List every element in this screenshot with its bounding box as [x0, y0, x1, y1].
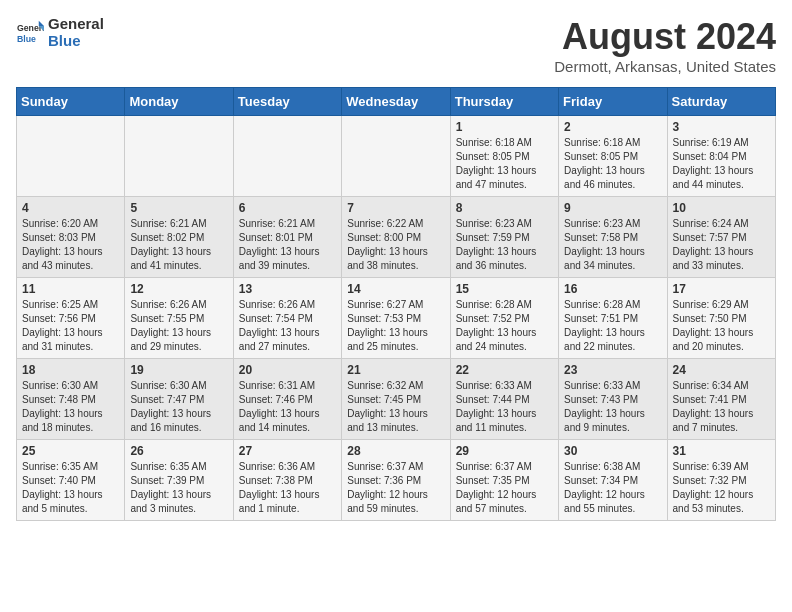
day-info: Sunrise: 6:18 AM Sunset: 8:05 PM Dayligh…	[564, 136, 661, 192]
day-number: 29	[456, 444, 553, 458]
calendar-cell: 13Sunrise: 6:26 AM Sunset: 7:54 PM Dayli…	[233, 278, 341, 359]
day-info: Sunrise: 6:25 AM Sunset: 7:56 PM Dayligh…	[22, 298, 119, 354]
logo-icon: General Blue	[16, 19, 44, 47]
header-sunday: Sunday	[17, 88, 125, 116]
day-number: 17	[673, 282, 770, 296]
day-info: Sunrise: 6:29 AM Sunset: 7:50 PM Dayligh…	[673, 298, 770, 354]
calendar-cell: 5Sunrise: 6:21 AM Sunset: 8:02 PM Daylig…	[125, 197, 233, 278]
day-number: 27	[239, 444, 336, 458]
calendar-cell: 26Sunrise: 6:35 AM Sunset: 7:39 PM Dayli…	[125, 440, 233, 521]
calendar-cell: 16Sunrise: 6:28 AM Sunset: 7:51 PM Dayli…	[559, 278, 667, 359]
day-info: Sunrise: 6:23 AM Sunset: 7:59 PM Dayligh…	[456, 217, 553, 273]
calendar-cell	[342, 116, 450, 197]
calendar-cell: 21Sunrise: 6:32 AM Sunset: 7:45 PM Dayli…	[342, 359, 450, 440]
day-info: Sunrise: 6:24 AM Sunset: 7:57 PM Dayligh…	[673, 217, 770, 273]
day-info: Sunrise: 6:19 AM Sunset: 8:04 PM Dayligh…	[673, 136, 770, 192]
calendar-cell: 11Sunrise: 6:25 AM Sunset: 7:56 PM Dayli…	[17, 278, 125, 359]
day-number: 9	[564, 201, 661, 215]
calendar-cell: 20Sunrise: 6:31 AM Sunset: 7:46 PM Dayli…	[233, 359, 341, 440]
calendar-cell	[17, 116, 125, 197]
header: General Blue General Blue August 2024 De…	[16, 16, 776, 75]
calendar-cell: 29Sunrise: 6:37 AM Sunset: 7:35 PM Dayli…	[450, 440, 558, 521]
header-saturday: Saturday	[667, 88, 775, 116]
day-number: 28	[347, 444, 444, 458]
calendar-cell: 6Sunrise: 6:21 AM Sunset: 8:01 PM Daylig…	[233, 197, 341, 278]
calendar-cell: 15Sunrise: 6:28 AM Sunset: 7:52 PM Dayli…	[450, 278, 558, 359]
day-info: Sunrise: 6:21 AM Sunset: 8:02 PM Dayligh…	[130, 217, 227, 273]
title-area: August 2024 Dermott, Arkansas, United St…	[554, 16, 776, 75]
logo-text: General Blue	[48, 16, 104, 49]
calendar-header-row: SundayMondayTuesdayWednesdayThursdayFrid…	[17, 88, 776, 116]
day-number: 23	[564, 363, 661, 377]
day-number: 24	[673, 363, 770, 377]
calendar-cell: 14Sunrise: 6:27 AM Sunset: 7:53 PM Dayli…	[342, 278, 450, 359]
day-number: 14	[347, 282, 444, 296]
calendar-cell: 27Sunrise: 6:36 AM Sunset: 7:38 PM Dayli…	[233, 440, 341, 521]
day-number: 3	[673, 120, 770, 134]
calendar-cell: 1Sunrise: 6:18 AM Sunset: 8:05 PM Daylig…	[450, 116, 558, 197]
day-number: 12	[130, 282, 227, 296]
logo-blue: Blue	[48, 33, 104, 50]
calendar-cell: 24Sunrise: 6:34 AM Sunset: 7:41 PM Dayli…	[667, 359, 775, 440]
day-info: Sunrise: 6:34 AM Sunset: 7:41 PM Dayligh…	[673, 379, 770, 435]
day-info: Sunrise: 6:28 AM Sunset: 7:51 PM Dayligh…	[564, 298, 661, 354]
header-monday: Monday	[125, 88, 233, 116]
day-info: Sunrise: 6:39 AM Sunset: 7:32 PM Dayligh…	[673, 460, 770, 516]
day-number: 19	[130, 363, 227, 377]
day-number: 30	[564, 444, 661, 458]
header-friday: Friday	[559, 88, 667, 116]
day-number: 15	[456, 282, 553, 296]
calendar-cell: 10Sunrise: 6:24 AM Sunset: 7:57 PM Dayli…	[667, 197, 775, 278]
day-info: Sunrise: 6:30 AM Sunset: 7:47 PM Dayligh…	[130, 379, 227, 435]
day-info: Sunrise: 6:32 AM Sunset: 7:45 PM Dayligh…	[347, 379, 444, 435]
week-row-3: 18Sunrise: 6:30 AM Sunset: 7:48 PM Dayli…	[17, 359, 776, 440]
day-number: 16	[564, 282, 661, 296]
calendar-cell: 4Sunrise: 6:20 AM Sunset: 8:03 PM Daylig…	[17, 197, 125, 278]
day-number: 7	[347, 201, 444, 215]
day-info: Sunrise: 6:21 AM Sunset: 8:01 PM Dayligh…	[239, 217, 336, 273]
calendar-cell: 28Sunrise: 6:37 AM Sunset: 7:36 PM Dayli…	[342, 440, 450, 521]
day-info: Sunrise: 6:31 AM Sunset: 7:46 PM Dayligh…	[239, 379, 336, 435]
week-row-4: 25Sunrise: 6:35 AM Sunset: 7:40 PM Dayli…	[17, 440, 776, 521]
subtitle: Dermott, Arkansas, United States	[554, 58, 776, 75]
header-wednesday: Wednesday	[342, 88, 450, 116]
calendar-cell: 8Sunrise: 6:23 AM Sunset: 7:59 PM Daylig…	[450, 197, 558, 278]
header-tuesday: Tuesday	[233, 88, 341, 116]
day-number: 2	[564, 120, 661, 134]
day-info: Sunrise: 6:27 AM Sunset: 7:53 PM Dayligh…	[347, 298, 444, 354]
day-info: Sunrise: 6:26 AM Sunset: 7:55 PM Dayligh…	[130, 298, 227, 354]
day-number: 18	[22, 363, 119, 377]
calendar-cell: 12Sunrise: 6:26 AM Sunset: 7:55 PM Dayli…	[125, 278, 233, 359]
week-row-2: 11Sunrise: 6:25 AM Sunset: 7:56 PM Dayli…	[17, 278, 776, 359]
day-number: 10	[673, 201, 770, 215]
week-row-1: 4Sunrise: 6:20 AM Sunset: 8:03 PM Daylig…	[17, 197, 776, 278]
calendar-cell: 17Sunrise: 6:29 AM Sunset: 7:50 PM Dayli…	[667, 278, 775, 359]
day-number: 5	[130, 201, 227, 215]
calendar-cell: 19Sunrise: 6:30 AM Sunset: 7:47 PM Dayli…	[125, 359, 233, 440]
logo-general: General	[48, 16, 104, 33]
calendar-cell: 18Sunrise: 6:30 AM Sunset: 7:48 PM Dayli…	[17, 359, 125, 440]
day-info: Sunrise: 6:20 AM Sunset: 8:03 PM Dayligh…	[22, 217, 119, 273]
calendar-cell: 23Sunrise: 6:33 AM Sunset: 7:43 PM Dayli…	[559, 359, 667, 440]
day-number: 20	[239, 363, 336, 377]
calendar-cell	[233, 116, 341, 197]
day-number: 26	[130, 444, 227, 458]
calendar-cell: 25Sunrise: 6:35 AM Sunset: 7:40 PM Dayli…	[17, 440, 125, 521]
day-number: 1	[456, 120, 553, 134]
day-info: Sunrise: 6:30 AM Sunset: 7:48 PM Dayligh…	[22, 379, 119, 435]
day-number: 4	[22, 201, 119, 215]
calendar-table: SundayMondayTuesdayWednesdayThursdayFrid…	[16, 87, 776, 521]
day-info: Sunrise: 6:23 AM Sunset: 7:58 PM Dayligh…	[564, 217, 661, 273]
day-info: Sunrise: 6:28 AM Sunset: 7:52 PM Dayligh…	[456, 298, 553, 354]
day-number: 13	[239, 282, 336, 296]
svg-text:Blue: Blue	[17, 33, 36, 43]
calendar-cell: 9Sunrise: 6:23 AM Sunset: 7:58 PM Daylig…	[559, 197, 667, 278]
day-info: Sunrise: 6:38 AM Sunset: 7:34 PM Dayligh…	[564, 460, 661, 516]
calendar-cell: 3Sunrise: 6:19 AM Sunset: 8:04 PM Daylig…	[667, 116, 775, 197]
week-row-0: 1Sunrise: 6:18 AM Sunset: 8:05 PM Daylig…	[17, 116, 776, 197]
day-info: Sunrise: 6:18 AM Sunset: 8:05 PM Dayligh…	[456, 136, 553, 192]
day-info: Sunrise: 6:37 AM Sunset: 7:35 PM Dayligh…	[456, 460, 553, 516]
day-info: Sunrise: 6:35 AM Sunset: 7:39 PM Dayligh…	[130, 460, 227, 516]
calendar-cell: 31Sunrise: 6:39 AM Sunset: 7:32 PM Dayli…	[667, 440, 775, 521]
day-info: Sunrise: 6:26 AM Sunset: 7:54 PM Dayligh…	[239, 298, 336, 354]
